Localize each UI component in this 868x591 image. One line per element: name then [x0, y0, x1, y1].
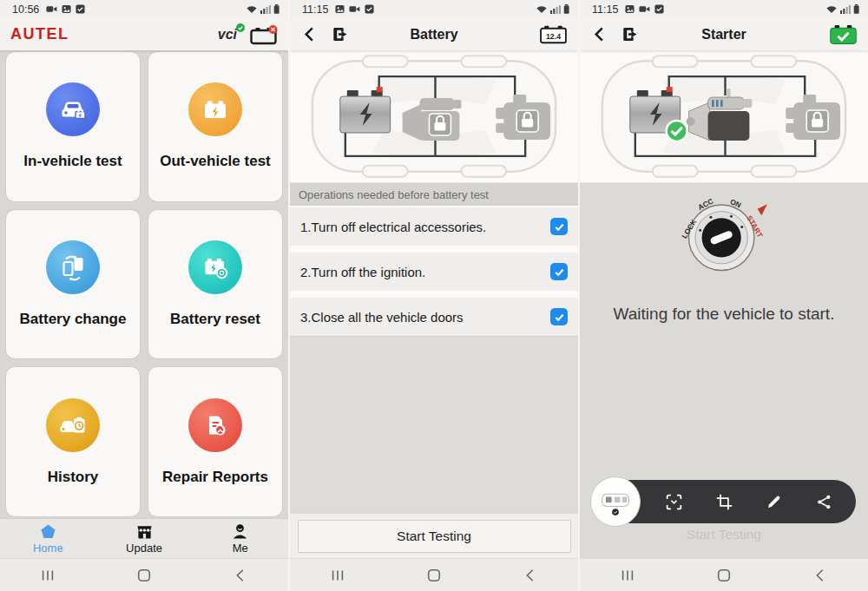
start-testing-button-dimmed[interactable]: Start Testing: [580, 527, 868, 542]
starter-lock-badge: [430, 114, 451, 135]
status-time: 11:15: [302, 3, 328, 16]
battery-ok-indicator[interactable]: [829, 24, 858, 45]
battery-header: Battery 12.4: [290, 18, 578, 50]
home-menu-grid: In-vehicle test Out-vehicle test Battery…: [6, 52, 282, 516]
exit-icon[interactable]: [622, 25, 641, 43]
wifi-icon: [246, 4, 258, 14]
gallery-icon: [335, 4, 345, 14]
content-filler: [290, 336, 578, 513]
tile-label: In-vehicle test: [23, 153, 122, 170]
vci-label: vci: [218, 27, 237, 42]
toolbar-actions: [649, 480, 849, 523]
tile-label: History: [48, 469, 99, 486]
operation-row-1[interactable]: 1.Turn off electrical accessories.: [290, 207, 578, 246]
update-icon: [136, 523, 153, 540]
me-icon: [232, 523, 248, 540]
nav-item-me[interactable]: Me: [192, 519, 288, 558]
back-button[interactable]: [482, 568, 578, 583]
edit-pencil-icon[interactable]: [765, 493, 783, 511]
vci-connected-check-icon: [236, 23, 245, 32]
tile-repair-reports[interactable]: Repair Reports: [148, 367, 282, 516]
wifi-icon: [825, 4, 838, 14]
checkbox-checked[interactable]: [550, 263, 568, 280]
start-arrow-icon: [758, 204, 767, 215]
battery-status-icon: [273, 4, 279, 14]
battery-change-icon: [46, 240, 100, 294]
tile-in-vehicle-test[interactable]: In-vehicle test: [6, 52, 140, 201]
vci-status-indicator[interactable]: vci: [218, 27, 237, 43]
home-button[interactable]: [96, 568, 193, 583]
crop-icon[interactable]: [715, 493, 733, 511]
back-button[interactable]: [772, 568, 868, 583]
tile-label: Out-vehicle test: [160, 153, 271, 170]
nav-label: Update: [126, 542, 162, 555]
autel-logo: AUTEL: [10, 25, 69, 43]
start-testing-button[interactable]: Start Testing: [298, 520, 571, 553]
in-vehicle-test-icon: [46, 82, 100, 136]
checkbox-status-icon: [365, 4, 374, 14]
operation-label: 2.Turn off the ignition.: [300, 265, 425, 279]
signal-icon: [550, 4, 561, 14]
nav-item-update[interactable]: Update: [96, 519, 193, 558]
battery-ok-badge: [667, 121, 687, 141]
out-vehicle-test-icon: [188, 82, 242, 136]
battery-voltage-indicator[interactable]: 12.4: [539, 24, 568, 45]
recents-button[interactable]: [290, 568, 386, 583]
tile-label: Battery reset: [170, 311, 260, 328]
back-icon[interactable]: [590, 25, 608, 43]
page-title: Battery: [410, 27, 457, 43]
starter-content: LOCK ACC ON START Waiting for the vehicl…: [580, 183, 868, 558]
home-button[interactable]: [386, 568, 483, 583]
camcorder-icon: [46, 4, 57, 14]
back-icon[interactable]: [300, 25, 319, 43]
battery-test-screen: 11:15 Battery 12.4: [288, 0, 578, 591]
history-icon: [46, 398, 100, 452]
operation-row-2[interactable]: 2.Turn off the ignition.: [290, 253, 578, 291]
checkbox-checked[interactable]: [550, 218, 568, 235]
recents-button[interactable]: [0, 568, 96, 583]
operation-label: 3.Close all the vehicle doors: [300, 310, 464, 325]
operations-section-header: Operations needed before battery test: [290, 183, 578, 206]
home-screen: 10:56 AUTEL vci In-ve: [0, 0, 288, 591]
checkbox-checked[interactable]: [550, 308, 568, 325]
alternator-lock-badge: [806, 110, 828, 132]
scroll-capture-icon[interactable]: [665, 493, 683, 511]
back-button[interactable]: [192, 568, 288, 583]
nav-item-home[interactable]: Home: [0, 519, 96, 558]
screenshot-toolbar: [594, 480, 856, 523]
status-bar: 11:15: [580, 0, 868, 18]
screenshot-thumbnail[interactable]: [590, 476, 641, 527]
operations-list: 1.Turn off electrical accessories. 2.Tur…: [290, 206, 578, 336]
bottom-navigation: Home Update Me: [0, 518, 288, 558]
nav-label: Home: [33, 542, 63, 555]
operation-label: 1.Turn off electrical accessories.: [300, 220, 486, 234]
screenshot-collage: 10:56 AUTEL vci In-ve: [0, 0, 868, 591]
tile-history[interactable]: History: [6, 367, 140, 516]
status-time: 10:56: [12, 3, 39, 16]
checkbox-status-icon: [654, 4, 664, 14]
battery-reset-icon: [188, 240, 242, 294]
status-bar: 10:56: [0, 0, 288, 18]
ignition-switch-icon: LOCK ACC ON START: [679, 192, 769, 277]
status-bar: 11:15: [290, 0, 578, 18]
vehicle-circuit-diagram: [580, 50, 868, 183]
share-icon[interactable]: [815, 493, 833, 511]
tile-out-vehicle-test[interactable]: Out-vehicle test: [148, 52, 282, 201]
battery-disconnected-icon[interactable]: [249, 24, 278, 45]
recents-button[interactable]: [580, 568, 676, 583]
waiting-message: Waiting for the vehicle to start.: [580, 305, 868, 324]
tile-battery-reset[interactable]: Battery reset: [148, 210, 282, 359]
home-icon: [40, 523, 56, 540]
signal-icon: [260, 4, 271, 14]
home-button[interactable]: [676, 568, 773, 583]
tile-battery-change[interactable]: Battery change: [6, 210, 140, 359]
vehicle-circuit-diagram: [290, 50, 578, 183]
home-header: AUTEL vci: [0, 18, 288, 50]
operation-row-3[interactable]: 3.Close all the vehicle doors: [290, 298, 578, 336]
ignition-dial-wrap: LOCK ACC ON START: [580, 183, 868, 277]
android-navbar: [290, 558, 578, 591]
nav-label: Me: [233, 542, 248, 555]
gallery-icon: [62, 4, 71, 14]
exit-icon[interactable]: [332, 25, 351, 43]
starter-header: Starter: [580, 18, 868, 50]
